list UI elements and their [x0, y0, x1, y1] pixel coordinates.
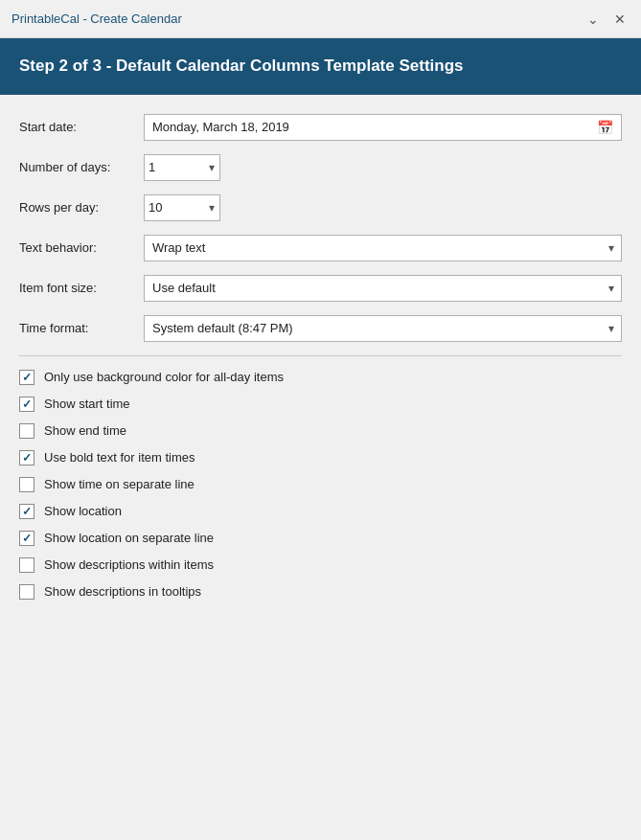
checkbox-row-4: ✓Use bold text for item times — [19, 450, 622, 465]
checkbox-cb5[interactable] — [19, 477, 34, 492]
window: PrintableCal - Create Calendar ⌄ ✕ Step … — [0, 0, 641, 840]
checkbox-label-cb4: Use bold text for item times — [44, 450, 195, 465]
checkbox-cb3[interactable] — [19, 423, 34, 439]
num-days-select-wrapper: 1 2 3 7 — [144, 154, 220, 181]
checkbox-row-3: Show end time — [19, 423, 622, 439]
item-font-size-select[interactable]: Use default 8 9 10 11 12 — [144, 275, 622, 302]
checkbox-row-8: Show descriptions within items — [19, 557, 622, 573]
checkbox-row-7: ✓Show location on separate line — [19, 531, 622, 546]
checkbox-cb7[interactable]: ✓ — [19, 531, 34, 546]
checkbox-label-cb2: Show start time — [44, 397, 130, 411]
num-days-row: Number of days: 1 2 3 7 — [19, 154, 622, 181]
header-step-text: Step 2 of 3 - Default Calendar Columns T… — [19, 56, 622, 78]
item-font-size-label: Item font size: — [19, 281, 144, 295]
close-button[interactable]: ✕ — [610, 10, 630, 29]
time-format-row: Time format: System default (8:47 PM) 12… — [19, 315, 622, 342]
checkbox-check-cb1: ✓ — [22, 372, 32, 383]
text-behavior-label: Text behavior: — [19, 240, 144, 255]
checkbox-label-cb6: Show location — [44, 504, 122, 518]
item-font-size-select-wrapper: Use default 8 9 10 11 12 — [144, 275, 622, 302]
checkbox-label-cb9: Show descriptions in tooltips — [44, 584, 201, 599]
checkbox-row-9: Show descriptions in tooltips — [19, 584, 622, 600]
checkbox-cb1[interactable]: ✓ — [19, 370, 34, 385]
header-banner: Step 2 of 3 - Default Calendar Columns T… — [0, 38, 641, 95]
text-behavior-select[interactable]: Wrap text Truncate text Overflow text — [144, 235, 622, 261]
start-date-row: Start date: Monday, March 18, 2019 📅 — [19, 114, 622, 141]
checkbox-label-cb7: Show location on separate line — [44, 531, 214, 545]
time-format-select[interactable]: System default (8:47 PM) 12-hour (8:47 P… — [144, 315, 622, 342]
time-format-label: Time format: — [19, 321, 144, 335]
collapse-button[interactable]: ⌄ — [584, 10, 603, 29]
checkbox-check-cb7: ✓ — [22, 533, 32, 544]
checkbox-check-cb4: ✓ — [22, 452, 32, 464]
num-days-select[interactable]: 1 2 3 7 — [144, 154, 220, 181]
rows-per-day-select-wrapper: 5 10 15 20 — [144, 194, 220, 221]
divider — [19, 355, 622, 356]
checkbox-cb8[interactable] — [19, 557, 34, 573]
checkbox-row-1: ✓Only use background color for all-day i… — [19, 370, 622, 385]
checkbox-cb9[interactable] — [19, 584, 34, 600]
form-content: Start date: Monday, March 18, 2019 📅 Num… — [0, 95, 641, 840]
checkboxes-container: ✓Only use background color for all-day i… — [19, 370, 622, 600]
checkbox-label-cb5: Show time on separate line — [44, 477, 195, 491]
text-behavior-select-wrapper: Wrap text Truncate text Overflow text — [144, 235, 622, 261]
checkbox-label-cb8: Show descriptions within items — [44, 557, 214, 572]
checkbox-cb2[interactable]: ✓ — [19, 397, 34, 412]
rows-per-day-label: Rows per day: — [19, 200, 144, 215]
item-font-size-row: Item font size: Use default 8 9 10 11 12 — [19, 275, 622, 302]
checkbox-row-6: ✓Show location — [19, 504, 622, 519]
title-bar-controls: ⌄ ✕ — [584, 10, 630, 29]
checkbox-label-cb1: Only use background color for all-day it… — [44, 370, 284, 384]
num-days-label: Number of days: — [19, 160, 144, 174]
checkbox-row-5: Show time on separate line — [19, 477, 622, 492]
title-bar: PrintableCal - Create Calendar ⌄ ✕ — [0, 0, 641, 38]
checkbox-row-2: ✓Show start time — [19, 397, 622, 412]
start-date-label: Start date: — [19, 120, 144, 134]
window-title: PrintableCal - Create Calendar — [11, 11, 182, 26]
text-behavior-row: Text behavior: Wrap text Truncate text O… — [19, 235, 622, 261]
checkbox-check-cb2: ✓ — [22, 398, 32, 410]
start-date-value: Monday, March 18, 2019 — [152, 120, 289, 134]
checkbox-check-cb6: ✓ — [22, 506, 32, 517]
calendar-icon[interactable]: 📅 — [597, 120, 613, 135]
checkbox-label-cb3: Show end time — [44, 423, 126, 438]
rows-per-day-row: Rows per day: 5 10 15 20 — [19, 194, 622, 221]
rows-per-day-select[interactable]: 5 10 15 20 — [144, 194, 220, 221]
time-format-select-wrapper: System default (8:47 PM) 12-hour (8:47 P… — [144, 315, 622, 342]
checkbox-cb4[interactable]: ✓ — [19, 450, 34, 465]
checkbox-cb6[interactable]: ✓ — [19, 504, 34, 519]
